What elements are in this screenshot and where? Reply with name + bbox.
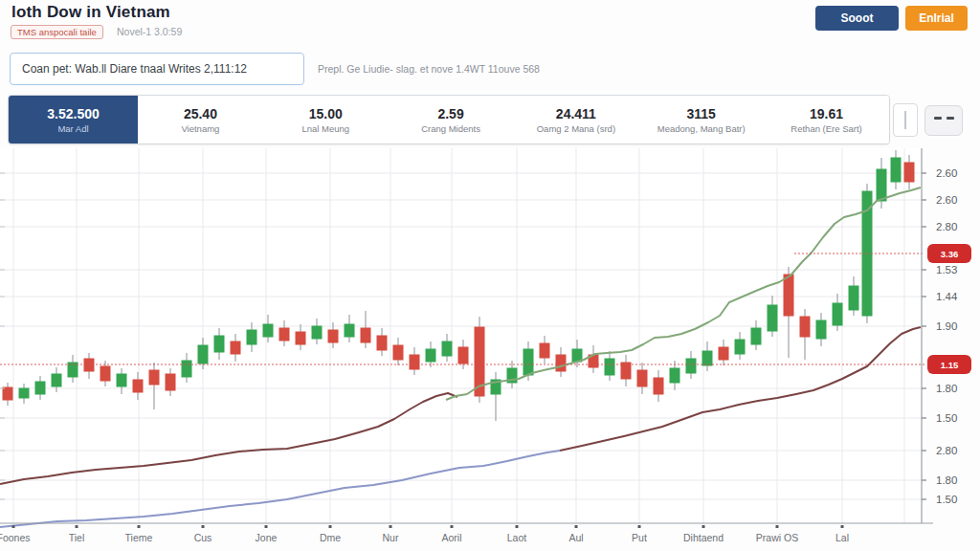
stat-cell-6[interactable]: 19.61Rethan (Ere Sart) (764, 96, 889, 143)
candle-body (149, 370, 159, 385)
price-chart[interactable]: 1.153.362.602.602.801.531.441.901.801.50… (0, 148, 980, 551)
candle-body (133, 380, 143, 392)
candle-body (361, 328, 370, 342)
x-axis-label: Foones (0, 532, 31, 543)
candle-body (556, 355, 566, 371)
stat-cell-5[interactable]: 3115Meadong, Mang Batr) (638, 96, 764, 143)
x-axis-label: Put (632, 532, 647, 543)
stat-value: 2.59 (437, 106, 463, 121)
x-axis-label: Aoril (441, 532, 461, 543)
candle-body (166, 374, 175, 390)
x-axis-label: Lal (835, 532, 849, 543)
layout-toggle-button[interactable] (924, 105, 963, 136)
header: loth Dow in Vietnam TMS anspocali taile … (0, 0, 980, 46)
y-axis-label: 1.50 (936, 412, 957, 424)
candle-body (247, 330, 256, 344)
candle-body (458, 347, 468, 364)
stat-cell-2[interactable]: 15.00Lnal Meung (263, 96, 389, 143)
x-tick (12, 525, 15, 528)
stat-cell-0[interactable]: 3.52.500Mar Adl (9, 96, 138, 143)
x-axis-label: Aul (568, 532, 583, 543)
stat-label: Oamg 2 Mana (srd) (537, 123, 615, 134)
stat-cell-1[interactable]: 25.40Vietnamg (138, 96, 263, 143)
candle-body (654, 378, 663, 394)
stat-cell-4[interactable]: 24.411Oamg 2 Mana (srd) (513, 96, 638, 143)
x-axis-label: Tiel (69, 532, 85, 543)
x-tick (841, 525, 844, 528)
x-tick (451, 525, 454, 528)
stat-label: Vietnamg (181, 123, 219, 134)
candle-body (296, 332, 305, 344)
y-axis-label: 2.80 (936, 445, 957, 456)
alert-badge-label: 3.36 (941, 249, 959, 259)
x-axis-label: Tieme (125, 532, 153, 543)
x-tick (265, 525, 268, 528)
search-input[interactable] (10, 53, 304, 85)
candle-body (426, 349, 435, 362)
candle-body (800, 317, 810, 337)
stat-cell-3[interactable]: 2.59Crang Midents (389, 96, 514, 143)
stat-value: 15.00 (309, 106, 343, 121)
x-tick (638, 525, 641, 528)
stats-bar: 3.52.500Mar Adl25.40Vietnamg15.00Lnal Me… (8, 95, 890, 144)
candle-body (735, 340, 745, 354)
ticker-badge: TMS anspocali taile (11, 25, 103, 39)
candle-body (605, 359, 614, 375)
candle-body (279, 328, 289, 341)
candle-body (751, 328, 761, 344)
stat-label: Crang Midents (421, 123, 480, 134)
candle-body (877, 169, 886, 201)
candle-body (117, 374, 126, 386)
alert-badge-label: 1.15 (941, 360, 959, 370)
candle-body (833, 303, 842, 325)
candle-body (377, 336, 387, 350)
stat-label: Mar Adl (57, 123, 88, 134)
secondary-action-button[interactable]: Enlrial (905, 6, 968, 31)
candle-body (719, 347, 728, 360)
x-axis-label: Dihtaend (683, 532, 724, 543)
candle-body (214, 336, 224, 352)
candle-body (198, 345, 208, 364)
x-tick (138, 525, 141, 528)
y-axis-label: 2.60 (936, 167, 957, 179)
primary-action-button[interactable]: Sooot (815, 6, 899, 31)
stat-value: 19.61 (810, 106, 843, 121)
y-axis-label: 1.44 (936, 291, 958, 302)
timestamp-text: Novel-1 3.0:59 (117, 26, 182, 37)
candle-body (540, 343, 549, 358)
candle-body (686, 359, 696, 373)
x-tick (329, 525, 332, 528)
candle-body (816, 320, 826, 339)
candle-body (100, 366, 110, 381)
candle-body (768, 305, 777, 331)
x-axis-label: Laot (507, 532, 527, 543)
candle-body (784, 275, 793, 316)
stat-value: 25.40 (184, 106, 217, 121)
divider-handle-button[interactable] (893, 103, 918, 137)
candle-body (637, 370, 647, 386)
y-axis-label: 1.90 (936, 320, 957, 332)
x-axis-label: Prawi OS (756, 532, 798, 543)
vertical-bar-icon (904, 111, 906, 129)
x-tick (390, 525, 392, 528)
y-axis-label: 1.53 (936, 264, 957, 276)
candle-body (849, 286, 858, 310)
stat-label: Meadong, Mang Batr) (657, 123, 746, 134)
stat-label: Rethan (Ere Sart) (791, 123, 861, 134)
x-axis-label: Jone (256, 532, 278, 543)
stat-value: 24.411 (556, 106, 596, 121)
x-tick (776, 525, 779, 528)
grid-icon (934, 117, 954, 120)
candle-body (670, 368, 679, 383)
x-tick (575, 525, 578, 528)
candle-body (410, 355, 419, 369)
y-axis-label: 2.60 (936, 194, 957, 206)
candle-body (393, 345, 403, 360)
x-tick (516, 525, 519, 528)
candle-body (231, 342, 240, 354)
candle-body (345, 324, 354, 337)
page-title: loth Dow in Vietnam (11, 3, 170, 22)
x-axis-label: Cus (194, 532, 212, 543)
y-axis-label: 1.80 (936, 474, 957, 486)
candle-body (904, 163, 914, 182)
